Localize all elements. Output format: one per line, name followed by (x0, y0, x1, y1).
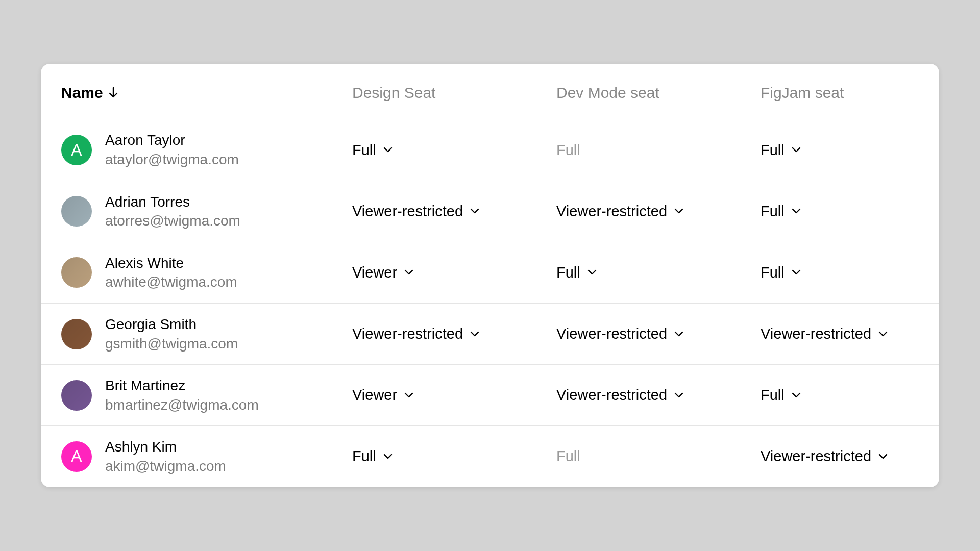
name-stack: Brit Martinezbmartinez@twigma.com (105, 377, 259, 413)
seat-management-table: Name Design Seat Dev Mode seat FigJam se… (41, 64, 939, 487)
seat-value: Full (556, 143, 580, 158)
name-stack: Ashlyn Kimakim@twigma.com (105, 438, 226, 474)
user-name: Adrian Torres (105, 193, 240, 211)
figjam-seat-selector[interactable]: Full (761, 143, 939, 158)
table-body: AAaron Taylorataylor@twigma.comFullFullF… (41, 119, 939, 487)
design-seat-selector[interactable]: Viewer (352, 388, 556, 403)
chevron-down-icon (878, 331, 888, 337)
user-email: ataylor@twigma.com (105, 151, 239, 168)
devmode-seat-selector[interactable]: Full (556, 265, 761, 280)
name-cell: Brit Martinezbmartinez@twigma.com (61, 377, 352, 413)
name-cell: AAaron Taylorataylor@twigma.com (61, 132, 352, 168)
name-stack: Alexis Whiteawhite@twigma.com (105, 255, 237, 291)
design-seat-selector[interactable]: Viewer-restricted (352, 327, 556, 341)
seat-value: Full (556, 449, 580, 464)
chevron-down-icon (470, 331, 479, 337)
avatar: A (61, 135, 92, 165)
table-row: Georgia Smithgsmith@twigma.comViewer-res… (41, 304, 939, 365)
sort-descending-icon (108, 87, 118, 99)
chevron-down-icon (792, 392, 801, 398)
seat-value: Viewer-restricted (761, 449, 871, 464)
name-stack: Aaron Taylorataylor@twigma.com (105, 132, 239, 168)
figjam-seat-selector[interactable]: Viewer-restricted (761, 327, 939, 341)
seat-value: Full (761, 388, 785, 403)
chevron-down-icon (470, 208, 479, 214)
avatar (61, 319, 92, 349)
name-stack: Adrian Torresatorres@twigma.com (105, 193, 240, 230)
chevron-down-icon (383, 147, 393, 153)
user-name: Alexis White (105, 255, 237, 272)
name-cell: AAshlyn Kimakim@twigma.com (61, 438, 352, 474)
chevron-down-icon (674, 392, 683, 398)
chevron-down-icon (792, 269, 801, 276)
seat-value: Viewer-restricted (761, 327, 871, 341)
figjam-seat-selector[interactable]: Full (761, 388, 939, 403)
chevron-down-icon (792, 147, 801, 153)
user-email: bmartinez@twigma.com (105, 396, 259, 414)
design-seat-selector[interactable]: Full (352, 449, 556, 464)
column-header-name-label: Name (61, 84, 103, 102)
column-header-figjam-seat[interactable]: FigJam seat (761, 84, 939, 102)
design-seat-selector[interactable]: Full (352, 143, 556, 158)
user-name: Georgia Smith (105, 316, 238, 333)
seat-value: Full (761, 265, 785, 280)
seat-value: Full (761, 143, 785, 158)
seat-value: Viewer-restricted (352, 327, 463, 341)
name-cell: Adrian Torresatorres@twigma.com (61, 193, 352, 230)
chevron-down-icon (404, 392, 413, 398)
chevron-down-icon (404, 269, 413, 276)
seat-value: Full (352, 143, 376, 158)
column-header-design-seat[interactable]: Design Seat (352, 84, 556, 102)
name-stack: Georgia Smithgsmith@twigma.com (105, 316, 238, 352)
user-email: gsmith@twigma.com (105, 335, 238, 353)
chevron-down-icon (674, 208, 683, 214)
devmode-seat-selector[interactable]: Viewer-restricted (556, 327, 761, 341)
table-row: Alexis Whiteawhite@twigma.comViewerFullF… (41, 242, 939, 304)
name-cell: Alexis Whiteawhite@twigma.com (61, 255, 352, 291)
table-row: Brit Martinezbmartinez@twigma.comViewerV… (41, 365, 939, 426)
seat-value: Full (556, 265, 580, 280)
user-email: akim@twigma.com (105, 458, 226, 475)
user-name: Ashlyn Kim (105, 438, 226, 456)
user-email: awhite@twigma.com (105, 273, 237, 291)
table-row: AAshlyn Kimakim@twigma.comFullFullViewer… (41, 426, 939, 487)
avatar (61, 196, 92, 227)
seat-value: Viewer (352, 388, 397, 403)
chevron-down-icon (587, 269, 597, 276)
avatar: A (61, 441, 92, 472)
name-cell: Georgia Smithgsmith@twigma.com (61, 316, 352, 352)
devmode-seat-selector[interactable]: Viewer-restricted (556, 388, 761, 403)
table-row: Adrian Torresatorres@twigma.comViewer-re… (41, 181, 939, 242)
avatar-initial: A (71, 141, 82, 160)
column-header-name[interactable]: Name (61, 84, 118, 102)
devmode-seat-selector: Full (556, 449, 761, 464)
seat-value: Viewer-restricted (352, 204, 463, 219)
figjam-seat-selector[interactable]: Viewer-restricted (761, 449, 939, 464)
figjam-seat-selector[interactable]: Full (761, 204, 939, 219)
avatar (61, 257, 92, 288)
figjam-seat-selector[interactable]: Full (761, 265, 939, 280)
avatar (61, 380, 92, 411)
seat-value: Viewer-restricted (556, 388, 667, 403)
table-row: AAaron Taylorataylor@twigma.comFullFullF… (41, 119, 939, 181)
seat-value: Viewer-restricted (556, 204, 667, 219)
seat-value: Viewer (352, 265, 397, 280)
design-seat-selector[interactable]: Viewer-restricted (352, 204, 556, 219)
avatar-initial: A (71, 447, 82, 466)
seat-value: Full (352, 449, 376, 464)
chevron-down-icon (383, 454, 393, 460)
user-email: atorres@twigma.com (105, 212, 240, 230)
chevron-down-icon (878, 454, 888, 460)
design-seat-selector[interactable]: Viewer (352, 265, 556, 280)
table-header-row: Name Design Seat Dev Mode seat FigJam se… (41, 64, 939, 119)
chevron-down-icon (792, 208, 801, 214)
seat-value: Full (761, 204, 785, 219)
user-name: Aaron Taylor (105, 132, 239, 149)
devmode-seat-selector[interactable]: Viewer-restricted (556, 204, 761, 219)
column-header-devmode-seat[interactable]: Dev Mode seat (556, 84, 761, 102)
devmode-seat-selector: Full (556, 143, 761, 158)
chevron-down-icon (674, 331, 683, 337)
seat-value: Viewer-restricted (556, 327, 667, 341)
user-name: Brit Martinez (105, 377, 259, 394)
